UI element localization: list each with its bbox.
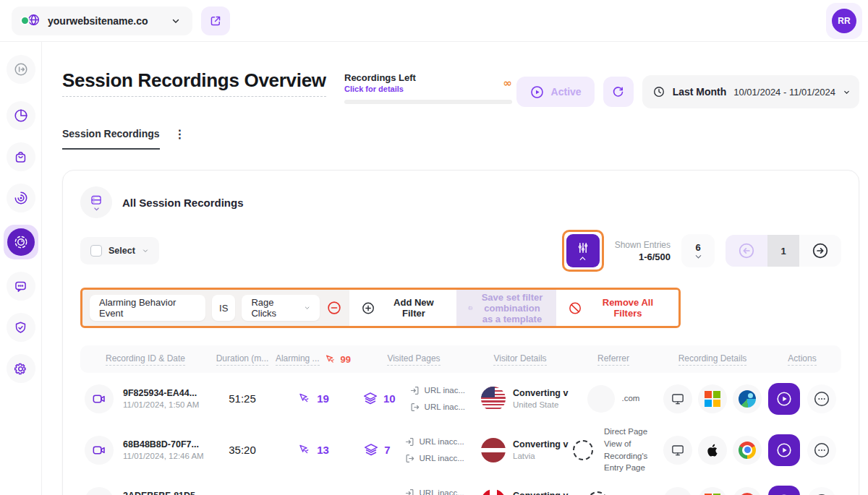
play-circle-icon xyxy=(529,85,545,100)
col-visitor-details: Visitor Details xyxy=(475,353,565,366)
referrer-text: .com xyxy=(622,392,640,405)
add-new-filter-button[interactable]: Add New Filter xyxy=(349,290,456,326)
dashboard-icon xyxy=(13,108,29,124)
refresh-icon xyxy=(611,85,625,99)
recordings-list-icon[interactable] xyxy=(80,186,112,218)
device-desktop-icon xyxy=(663,487,692,495)
table-row: 68B48B8D-70F7... 11/01/2024, 12:46 AM 35… xyxy=(80,424,841,475)
sidebar-item-insights[interactable] xyxy=(7,184,35,212)
sidebar-item-settings[interactable] xyxy=(7,354,35,383)
chevron-down-icon xyxy=(304,304,310,311)
referrer-favicon xyxy=(573,440,593,460)
chrome-logo-icon xyxy=(739,493,756,495)
minus-circle-icon xyxy=(326,300,342,316)
sidebar-item-feedback[interactable] xyxy=(7,272,35,301)
infinity-quota: ∞ xyxy=(503,77,513,90)
filters-toggle-button[interactable] xyxy=(566,234,600,267)
visited-pages-cell: 7 URL inacc... URL inacc... xyxy=(352,436,475,464)
select-checkbox[interactable] xyxy=(90,245,102,257)
table-body: 9F825934-EA44... 11/01/2024, 1:50 AM 51:… xyxy=(80,373,841,495)
play-recording-button[interactable] xyxy=(768,486,800,495)
country-flag-icon xyxy=(481,387,506,411)
visitor-details-cell: Converting v Latvia xyxy=(475,438,565,462)
browser-icon xyxy=(733,384,762,413)
filter-button-highlight xyxy=(562,230,604,272)
open-site-button[interactable] xyxy=(201,7,230,35)
site-selector[interactable]: yourwebsitename.co xyxy=(12,7,192,35)
browser-icon xyxy=(733,436,762,465)
video-camera-icon xyxy=(85,384,114,413)
filter-operator-chip[interactable]: IS xyxy=(212,295,235,321)
browser-icon xyxy=(733,487,762,495)
exit-url-icon xyxy=(409,402,420,413)
recording-date: 11/01/2024, 12:46 AM xyxy=(123,452,204,460)
recordings-card: All Session Recordings Select xyxy=(62,170,859,495)
filter-value-chip[interactable]: Rage Clicks xyxy=(242,295,320,321)
arrow-right-circle-icon xyxy=(811,241,830,260)
device-desktop-icon xyxy=(663,384,692,413)
actions-cell xyxy=(763,383,841,415)
table-header: Recording ID & Date Duration (m... Alarm… xyxy=(80,345,841,373)
page-title: Session Recordings Overview xyxy=(62,69,326,97)
rage-click-icon xyxy=(297,392,311,405)
table-row: 2ADEB5BF-81D5... 11/01/2024, 12:16 AM 10… xyxy=(80,475,841,495)
tab-bar: Session Recordings ⋮ xyxy=(62,127,859,150)
tab-options-kebab[interactable]: ⋮ xyxy=(174,127,186,150)
sidebar xyxy=(0,42,42,495)
referrer-favicon xyxy=(587,491,608,495)
visitor-country: United State xyxy=(513,400,565,409)
alarming-total: 99 xyxy=(341,354,351,365)
active-filters-bar: Alarming Behavior Event IS Rage Clicks xyxy=(80,288,681,328)
entry-url: URL inacc... xyxy=(420,488,464,495)
next-page-button[interactable] xyxy=(799,235,841,267)
visitor-country: Latvia xyxy=(513,452,565,460)
country-flag-icon xyxy=(481,438,506,462)
pagination: 1 xyxy=(726,235,841,267)
site-name: yourwebsitename.co xyxy=(48,15,163,27)
layers-icon xyxy=(362,391,378,407)
prev-page-button[interactable] xyxy=(726,235,767,267)
entry-url: URL inacc... xyxy=(420,437,464,446)
row-more-button[interactable] xyxy=(807,487,836,495)
gear-icon xyxy=(13,361,28,376)
microsoft-logo-icon xyxy=(705,391,720,407)
sidebar-item-security[interactable] xyxy=(7,313,35,342)
referrer-cell: Direct Page View of Recording's Entry Pa… xyxy=(565,426,662,474)
card-title: All Session Recordings xyxy=(122,197,244,209)
filter-field-chip[interactable]: Alarming Behavior Event xyxy=(90,295,205,321)
per-page-dropdown[interactable]: 6 xyxy=(681,234,715,267)
save-filter-template-button[interactable]: Save set filter combination as a templat… xyxy=(456,290,556,326)
os-icon xyxy=(698,384,727,413)
os-icon xyxy=(698,487,727,495)
remove-all-filters-button[interactable]: Remove All Filters xyxy=(556,290,678,326)
row-more-button[interactable] xyxy=(807,384,836,413)
sidebar-item-session-recordings[interactable] xyxy=(4,225,38,259)
sidebar-item-store[interactable] xyxy=(7,142,35,171)
sidebar-item-expand[interactable] xyxy=(7,55,35,84)
play-recording-button[interactable] xyxy=(768,383,800,415)
play-recording-button[interactable] xyxy=(768,434,800,466)
select-dropdown[interactable]: Select xyxy=(80,237,159,264)
date-preset: Last Month xyxy=(673,86,727,98)
play-icon xyxy=(775,390,793,408)
ellipsis-icon xyxy=(812,492,831,495)
remove-filter-button[interactable] xyxy=(326,300,342,316)
user-menu[interactable]: RR xyxy=(826,3,862,39)
sidebar-item-dashboard[interactable] xyxy=(7,101,35,130)
row-more-button[interactable] xyxy=(807,436,836,465)
active-status-button[interactable]: Active xyxy=(516,77,595,107)
tab-session-recordings[interactable]: Session Recordings xyxy=(62,128,160,150)
plus-circle-icon xyxy=(361,301,375,316)
recordings-left-progressbar xyxy=(344,100,512,104)
referrer-text: Direct Page View of Recording's Entry Pa… xyxy=(604,426,658,474)
recording-id-cell: 68B48B8D-70F7... 11/01/2024, 12:46 AM xyxy=(80,436,210,465)
rage-click-icon xyxy=(324,353,336,366)
click-for-details-link[interactable]: Click for details xyxy=(344,85,416,93)
external-link-icon xyxy=(209,14,222,27)
recording-id: 9F825934-EA44... xyxy=(123,388,199,398)
sliders-icon xyxy=(576,241,590,255)
date-range-picker[interactable]: Last Month 10/01/2024 - 11/01/2024 xyxy=(642,75,859,108)
os-icon xyxy=(698,436,727,465)
refresh-button[interactable] xyxy=(603,77,634,107)
alarming-events-cell: 13 xyxy=(274,443,352,457)
